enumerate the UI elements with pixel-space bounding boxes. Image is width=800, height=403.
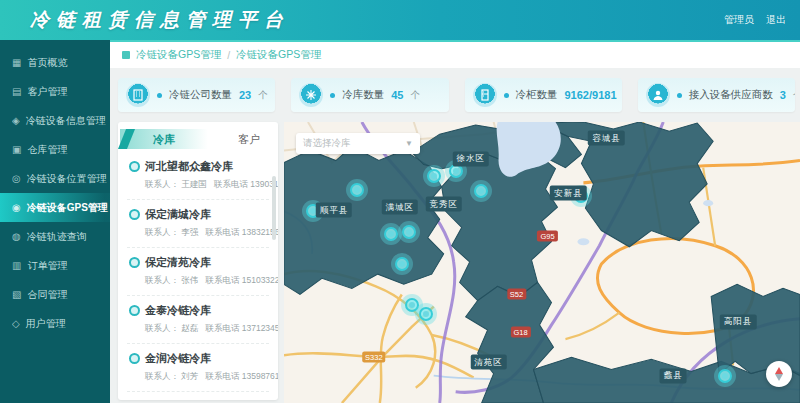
stat-label: 冷链公司数量 <box>169 88 232 102</box>
contact-phone: 联系电话 13598761234 <box>205 371 278 383</box>
user-area: 管理员 退出 <box>724 13 786 27</box>
users-icon: ◇ <box>12 318 20 329</box>
coldstore-panel: 冷库 客户 河北望都众鑫冷库联系人： 王建国联系电话 13903120001保定… <box>118 122 278 400</box>
sidebar-item[interactable]: ◈冷链设备信息管理 <box>0 106 110 135</box>
user-name[interactable]: 管理员 <box>724 13 754 27</box>
sidebar-item[interactable]: ▧合同管理 <box>0 280 110 309</box>
bullet-dot <box>677 93 682 98</box>
company-list: 河北望都众鑫冷库联系人： 王建国联系电话 13903120001保定满城冷库联系… <box>118 150 278 400</box>
sidebar-item-label: 合同管理 <box>27 288 67 302</box>
sidebar-item[interactable]: ◎冷链设备位置管理 <box>0 164 110 193</box>
list-item[interactable]: 望都鑫源冷库联系人： 陈晨联系电话 13011223344 <box>127 392 269 400</box>
marker-core <box>431 173 437 179</box>
logout-link[interactable]: 退出 <box>766 13 786 27</box>
compass-needle-north <box>775 367 783 374</box>
district-label: 蠡县 <box>660 368 687 383</box>
coldstore-icon <box>129 305 140 316</box>
list-item[interactable]: 金泰冷链冷库联系人： 赵磊联系电话 13712345678 <box>127 296 269 344</box>
coldstore-marker-icon[interactable] <box>423 165 445 187</box>
stat-value: 45 <box>391 89 403 101</box>
track-query-icon: ◍ <box>12 231 21 242</box>
sidebar-item[interactable]: ◉冷链设备GPS管理 <box>0 193 110 222</box>
company-name: 保定清苑冷库 <box>145 255 211 270</box>
coldstore-marker-icon[interactable] <box>470 180 492 202</box>
stat-unit: 个 <box>793 89 795 102</box>
coldstore-marker-icon[interactable] <box>346 179 368 201</box>
breadcrumb-root[interactable]: 冷链设备GPS管理 <box>136 48 221 62</box>
district-label: 容城县 <box>588 131 625 146</box>
list-scrollbar[interactable] <box>272 176 276 240</box>
district-label: 高阳县 <box>720 314 757 329</box>
contact-phone: 联系电话 15103322158 <box>205 275 278 287</box>
stat-unit: 个 <box>411 89 421 102</box>
district-label: 满城区 <box>382 200 419 215</box>
coldstore-select[interactable]: 请选择冷库 ▼ <box>296 133 420 154</box>
sidebar-item[interactable]: ▤客户管理 <box>0 77 110 106</box>
marker-core <box>722 373 728 379</box>
coldstore-icon <box>129 209 140 220</box>
contact-phone: 联系电话 13903120001 <box>214 179 278 191</box>
road-shield: G95 <box>537 230 557 241</box>
freezer-icon <box>473 83 497 107</box>
company-head: 保定清苑冷库 <box>129 255 267 270</box>
coldstore-marker-icon[interactable] <box>714 365 736 387</box>
company-name: 河北望都众鑫冷库 <box>145 159 233 174</box>
sidebar-item-label: 首页概览 <box>27 56 67 70</box>
sidebar-item[interactable]: ◇用户管理 <box>0 309 110 338</box>
contracts-icon: ▧ <box>12 289 21 300</box>
road-shield: S332 <box>362 352 386 363</box>
sidebar-item[interactable]: ▥订单管理 <box>0 251 110 280</box>
home-icon: ▦ <box>12 57 21 68</box>
coldstore-icon <box>129 353 140 364</box>
road-shield: S52 <box>507 289 526 300</box>
district-label: 顺平县 <box>316 203 353 218</box>
list-item[interactable]: 河北望都众鑫冷库联系人： 王建国联系电话 13903120001 <box>127 152 269 200</box>
map-canvas[interactable]: 顺平县满城区竞秀区徐水区容城县安新县清苑区蠡县高阳县S332G95S52G18 … <box>284 122 800 403</box>
marker-core <box>354 187 360 193</box>
company-head: 金润冷链冷库 <box>129 351 267 366</box>
marker-core <box>388 231 394 237</box>
sidebar-item-label: 用户管理 <box>26 317 66 331</box>
bullet-dot <box>330 93 335 98</box>
list-item[interactable]: 保定清苑冷库联系人： 张伟联系电话 15103322158 <box>127 248 269 296</box>
marker-core <box>399 261 405 267</box>
select-placeholder: 请选择冷库 <box>303 137 351 150</box>
marker-core <box>406 229 412 235</box>
company-contact-line: 联系人： 赵磊联系电话 13712345678 <box>145 323 267 335</box>
stat-value: 23 <box>239 89 251 101</box>
coldstore-marker-icon[interactable] <box>415 303 437 325</box>
compass-control[interactable] <box>766 361 792 387</box>
sidebar-item-label: 冷链轨迹查询 <box>27 230 87 244</box>
contact-phone: 联系电话 13832156688 <box>205 227 278 239</box>
stat-unit: 个 <box>258 89 268 102</box>
stat-value: 3 <box>780 89 786 101</box>
compass-needle-south <box>775 374 783 381</box>
company-head: 望都鑫源冷库 <box>129 399 267 400</box>
bullet-dot <box>504 93 509 98</box>
sidebar-item-label: 冷链设备GPS管理 <box>27 201 108 215</box>
sidebar-item-label: 客户管理 <box>27 85 67 99</box>
sidebar-item[interactable]: ▣仓库管理 <box>0 135 110 164</box>
customers-icon: ▤ <box>12 86 21 97</box>
stat-card-companies: 冷链公司数量 23 个 <box>118 78 275 112</box>
sidebar-item-label: 仓库管理 <box>27 143 67 157</box>
coldstore-marker-icon[interactable] <box>391 253 413 275</box>
company-contact-line: 联系人： 张伟联系电话 15103322158 <box>145 275 267 287</box>
tab-customer[interactable]: 客户 <box>238 132 260 147</box>
list-item[interactable]: 保定满城冷库联系人： 李强联系电话 13832156688 <box>127 200 269 248</box>
list-item[interactable]: 金润冷链冷库联系人： 刘芳联系电话 13598761234 <box>127 344 269 392</box>
coldstore-icon <box>129 161 140 172</box>
company-name: 望都鑫源冷库 <box>145 399 211 400</box>
district-label: 清苑区 <box>470 355 507 370</box>
tab-coldstore[interactable]: 冷库 <box>120 129 208 149</box>
device-gps-icon: ◉ <box>12 202 21 213</box>
sidebar-item[interactable]: ◍冷链轨迹查询 <box>0 222 110 251</box>
sidebar-item-label: 订单管理 <box>27 259 67 273</box>
person-icon <box>646 83 670 107</box>
company-name: 金泰冷链冷库 <box>145 303 211 318</box>
coldstore-marker-icon[interactable] <box>398 221 420 243</box>
sidebar-item[interactable]: ▦首页概览 <box>0 48 110 77</box>
map-overlay: 顺平县满城区竞秀区徐水区容城县安新县清苑区蠡县高阳县S332G95S52G18 <box>284 122 800 403</box>
breadcrumb-separator: / <box>227 49 230 61</box>
sidebar-item-label: 冷链设备位置管理 <box>27 172 107 186</box>
